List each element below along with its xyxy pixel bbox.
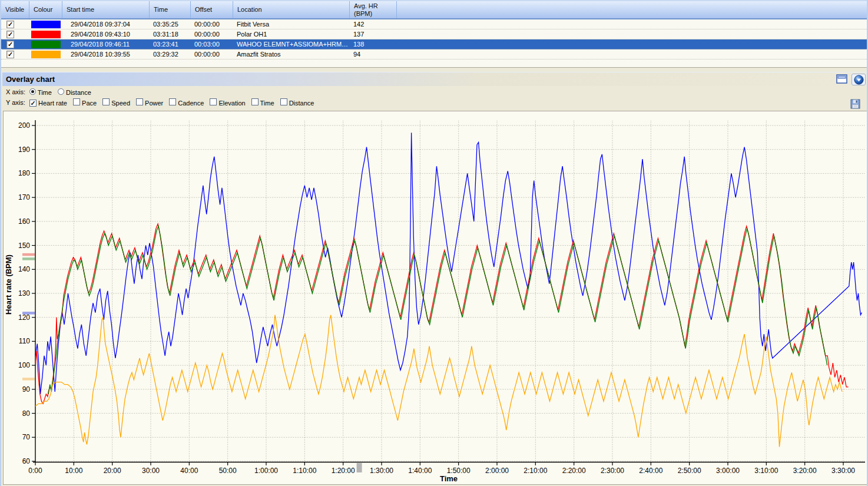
table-row[interactable]: ✓29/04/2018 09:37:0403:35:2500:00:00Fitb… xyxy=(1,19,868,29)
y-tick-label: 110 xyxy=(19,337,30,345)
x-tick-label: 10:00 xyxy=(65,467,82,475)
column-header-time[interactable]: Time xyxy=(150,1,191,18)
cell-offset: 00:03:00 xyxy=(191,41,233,48)
colour-swatch xyxy=(31,41,61,48)
x-tick-label: 2:40:00 xyxy=(639,467,662,475)
visible-checkbox[interactable]: ✓ xyxy=(6,31,14,38)
y-tick-label: 100 xyxy=(18,361,30,369)
column-header-location[interactable]: Location xyxy=(233,1,350,18)
x-tick-label: 1:10:00 xyxy=(293,467,316,475)
x-tick-label: 50:00 xyxy=(219,467,237,475)
x-tick-label: 3:20:00 xyxy=(793,467,817,475)
y-axis-checkbox-power[interactable] xyxy=(136,98,143,105)
y-tick-label: 70 xyxy=(22,433,31,441)
y-axis-label: Y axis: xyxy=(6,99,26,106)
save-chart-button[interactable] xyxy=(850,99,861,109)
cell-start-time: 29/04/2018 09:46:11 xyxy=(62,41,150,48)
x-tick-label: 2:30:00 xyxy=(601,467,624,475)
y-axis-checkbox-cadence[interactable] xyxy=(169,98,176,105)
x-tick-label: 30:00 xyxy=(142,467,160,475)
cell-avg-hr: 137 xyxy=(350,31,397,38)
cell-time: 03:23:41 xyxy=(150,41,191,48)
y-axis-title: Heart rate (BPM) xyxy=(4,254,13,315)
y-tick-label: 120 xyxy=(18,313,30,322)
x-axis-title: Time xyxy=(440,474,458,483)
x-tick-label: 1:30:00 xyxy=(370,467,393,475)
column-header-visible[interactable]: Visible xyxy=(1,1,29,18)
x-axis-radio-label: Time xyxy=(38,89,52,96)
visible-checkbox[interactable]: ✓ xyxy=(6,41,14,48)
series-line xyxy=(35,133,862,394)
cell-time: 03:31:18 xyxy=(150,31,191,38)
cell-offset: 00:00:00 xyxy=(191,21,233,28)
save-icon xyxy=(850,99,861,109)
y-tick-label: 60 xyxy=(22,457,31,465)
x-tick-label: 1:00:00 xyxy=(254,467,278,475)
y-axis-checkbox-distance[interactable] xyxy=(280,98,287,105)
y-axis-checkbox-label: Time xyxy=(260,100,274,107)
y-tick-label: 200 xyxy=(18,121,30,130)
cell-time: 03:29:32 xyxy=(150,51,191,58)
x-tick-label: 2:10:00 xyxy=(524,467,547,475)
column-header-avg-hr[interactable]: Avg. HR (BPM) xyxy=(350,1,397,18)
column-header-colour[interactable]: Colour xyxy=(29,1,62,18)
series-line xyxy=(35,315,842,447)
y-axis-checkbox-heart-rate[interactable]: ✓ xyxy=(29,100,37,107)
y-tick-label: 190 xyxy=(18,146,30,154)
y-tick-label: 170 xyxy=(18,193,30,201)
collapse-panel-button[interactable] xyxy=(852,74,866,85)
x-tick-label: 2:00:00 xyxy=(485,467,509,475)
y-axis-checkbox-pace[interactable] xyxy=(73,98,80,105)
y-axis-checkbox-label: Power xyxy=(145,100,163,107)
y-axis-checkbox-elevation[interactable] xyxy=(210,98,217,105)
y-axis-controls: Y axis: ✓ Heart rate Pace Speed Power Ca… xyxy=(6,98,320,107)
x-tick-label: 0:00 xyxy=(28,467,42,475)
column-header-start-time[interactable]: Start time xyxy=(62,1,150,18)
overlay-chart-title: Overlay chart xyxy=(6,75,55,84)
x-tick-label: 3:30:00 xyxy=(831,467,855,475)
x-tick-label: 2:20:00 xyxy=(562,467,586,475)
overlay-chart-titlebar: Overlay chart xyxy=(2,72,868,86)
x-tick-label: 1:20:00 xyxy=(332,467,355,475)
y-axis-checkbox-label: Distance xyxy=(289,100,314,107)
y-tick-label: 180 xyxy=(18,169,30,177)
colour-swatch xyxy=(31,21,61,28)
cell-offset: 00:00:00 xyxy=(191,31,233,38)
visible-checkbox[interactable]: ✓ xyxy=(6,21,14,28)
y-axis-checkbox-time[interactable] xyxy=(251,98,259,105)
chevron-down-sphere-icon xyxy=(854,75,864,85)
app-window: Visible Colour Start time Time Offset Lo… xyxy=(0,0,868,486)
y-axis-checkbox-speed[interactable] xyxy=(102,98,110,105)
x-axis-radio-distance[interactable] xyxy=(58,88,64,95)
x-tick-label: 1:40:00 xyxy=(408,467,432,475)
cell-start-time: 29/04/2018 10:39:55 xyxy=(62,51,150,58)
cell-time: 03:35:25 xyxy=(150,21,191,28)
x-tick-label: 3:10:00 xyxy=(754,467,778,475)
axis-value-marker xyxy=(22,253,35,256)
y-tick-label: 130 xyxy=(18,289,30,297)
panel-layout-icon[interactable] xyxy=(836,74,847,85)
cell-location: WAHOO ELEMNT+ASSIOMA+HRM… xyxy=(233,41,350,48)
y-tick-label: 140 xyxy=(18,265,30,273)
y-axis-checkbox-label: Pace xyxy=(82,100,97,107)
table-row[interactable]: ✓29/04/2018 10:39:5503:29:3200:00:00Amaz… xyxy=(1,49,868,59)
column-header-offset[interactable]: Offset xyxy=(191,1,233,18)
x-tick-label: 20:00 xyxy=(104,467,121,475)
table-row[interactable]: ✓29/04/2018 09:43:1003:31:1800:00:00Pola… xyxy=(1,29,868,39)
axis-value-marker xyxy=(22,257,35,260)
x-axis-radio-time[interactable] xyxy=(29,88,36,95)
cell-offset: 00:00:00 xyxy=(191,51,233,58)
x-tick-label: 2:50:00 xyxy=(678,467,701,475)
y-axis-checkbox-label: Cadence xyxy=(178,100,204,107)
cell-avg-hr: 142 xyxy=(350,21,397,28)
x-tick-label: 3:00:00 xyxy=(716,467,740,475)
visible-checkbox[interactable]: ✓ xyxy=(6,51,14,58)
y-tick-label: 80 xyxy=(22,409,31,418)
x-axis-slider-handle[interactable] xyxy=(357,463,362,472)
series-line xyxy=(48,226,827,394)
y-axis-checkbox-label: Elevation xyxy=(218,100,245,107)
series-line xyxy=(35,224,849,404)
y-tick-label: 150 xyxy=(18,242,30,250)
table-row[interactable]: ✓29/04/2018 09:46:1103:23:4100:03:00WAHO… xyxy=(1,39,868,49)
y-axis-checkbox-label: Heart rate xyxy=(38,100,67,107)
